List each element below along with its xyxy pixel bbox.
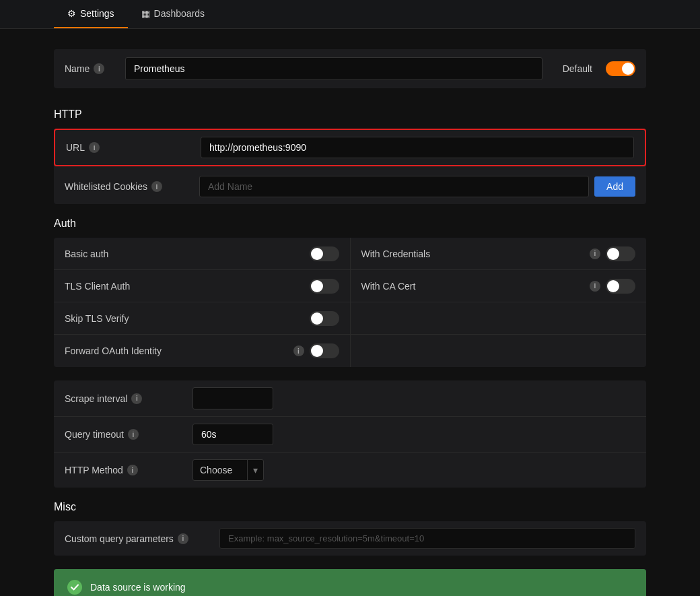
with-credentials-cell: With Credentials i <box>351 240 647 268</box>
tab-dashboards[interactable]: ▦ Dashboards <box>128 0 219 28</box>
http-method-select[interactable]: Choose GET POST <box>193 460 247 480</box>
custom-query-params-input[interactable] <box>219 528 635 549</box>
empty-auth-cell <box>351 312 647 325</box>
success-message: Data source is working <box>90 582 186 593</box>
auth-grid: Basic auth With Credentials i TLS Client… <box>54 238 646 367</box>
forward-oauth-cell: Forward OAuth Identity i <box>54 337 350 365</box>
url-info-icon[interactable]: i <box>89 142 100 153</box>
query-timeout-info-icon[interactable]: i <box>128 429 139 440</box>
default-label: Default <box>563 63 592 74</box>
auth-row-2: TLS Client Auth With CA Cert i <box>54 270 646 302</box>
http-section-box: URL i Whitelisted Cookies i Add <box>54 129 646 204</box>
misc-section-header: Misc <box>54 501 646 513</box>
settings-icon: ⚙ <box>67 8 76 19</box>
tabs-bar: ⚙ Settings ▦ Dashboards <box>0 0 700 29</box>
http-method-row: HTTP Method i Choose GET POST ▾ <box>54 453 646 488</box>
settings-section: Scrape interval i Query timeout i HTTP M… <box>54 380 646 488</box>
scrape-interval-input[interactable] <box>193 387 273 409</box>
with-credentials-info-icon[interactable]: i <box>590 249 600 259</box>
with-ca-cert-toggle[interactable] <box>606 279 635 294</box>
url-input[interactable] <box>201 137 634 158</box>
forward-oauth-toggle[interactable] <box>310 343 339 358</box>
query-timeout-input[interactable] <box>193 424 273 445</box>
auth-row-3: Skip TLS Verify <box>54 302 646 335</box>
basic-auth-label: Basic auth <box>65 249 304 259</box>
name-label: Name i <box>65 63 118 74</box>
default-toggle[interactable] <box>606 61 635 76</box>
query-timeout-label: Query timeout i <box>65 429 186 440</box>
scrape-interval-info-icon[interactable]: i <box>131 393 142 404</box>
custom-query-params-label: Custom query parameters i <box>65 533 213 544</box>
tls-client-auth-toggle[interactable] <box>310 279 339 294</box>
success-banner: Data source is working <box>54 569 646 596</box>
scrape-interval-row: Scrape interval i <box>54 380 646 417</box>
check-icon <box>67 580 82 595</box>
tab-settings[interactable]: ⚙ Settings <box>54 0 128 28</box>
forward-oauth-info-icon[interactable]: i <box>293 345 304 356</box>
http-section-header: HTTP <box>54 108 646 121</box>
misc-section: Custom query parameters i <box>54 521 646 556</box>
dashboards-icon: ▦ <box>141 8 150 19</box>
main-content: Name i Default HTTP URL i Whitelisted Co… <box>0 29 700 596</box>
custom-query-params-row: Custom query parameters i <box>54 521 646 556</box>
name-info-icon[interactable]: i <box>94 63 104 74</box>
skip-tls-label: Skip TLS Verify <box>65 313 304 324</box>
http-method-select-wrap: Choose GET POST ▾ <box>193 459 264 481</box>
skip-tls-toggle[interactable] <box>310 311 339 326</box>
auth-section-header: Auth <box>54 218 646 230</box>
auth-row-4: Forward OAuth Identity i <box>54 335 646 367</box>
http-method-info-icon[interactable]: i <box>127 465 138 475</box>
url-label: URL i <box>66 142 201 153</box>
with-ca-cert-info-icon[interactable]: i <box>590 281 600 292</box>
custom-query-params-info-icon[interactable]: i <box>178 533 188 544</box>
empty-auth-cell-2 <box>351 344 647 358</box>
cookies-row: Whitelisted Cookies i Add <box>54 169 646 204</box>
http-method-arrow-icon[interactable]: ▾ <box>247 460 263 480</box>
cookies-label: Whitelisted Cookies i <box>65 181 199 192</box>
url-row: URL i <box>54 129 646 166</box>
name-row: Name i Default <box>54 49 646 88</box>
scrape-interval-label: Scrape interval i <box>65 393 186 404</box>
basic-auth-toggle[interactable] <box>310 246 339 261</box>
auth-row-1: Basic auth With Credentials i <box>54 238 646 270</box>
tls-client-auth-cell: TLS Client Auth <box>54 272 350 300</box>
basic-auth-cell: Basic auth <box>54 240 350 268</box>
forward-oauth-label: Forward OAuth Identity <box>65 345 288 356</box>
add-cookie-button[interactable]: Add <box>594 176 635 197</box>
cookies-info-icon[interactable]: i <box>151 181 162 192</box>
query-timeout-row: Query timeout i <box>54 417 646 453</box>
with-credentials-toggle[interactable] <box>606 246 635 261</box>
with-credentials-label: With Credentials <box>361 249 585 259</box>
skip-tls-cell: Skip TLS Verify <box>54 304 350 333</box>
tls-client-auth-label: TLS Client Auth <box>65 281 304 292</box>
with-ca-cert-label: With CA Cert <box>361 281 585 292</box>
http-method-label: HTTP Method i <box>65 465 186 475</box>
with-ca-cert-cell: With CA Cert i <box>351 272 647 300</box>
cookies-input[interactable] <box>199 176 589 197</box>
name-input[interactable] <box>125 57 542 80</box>
